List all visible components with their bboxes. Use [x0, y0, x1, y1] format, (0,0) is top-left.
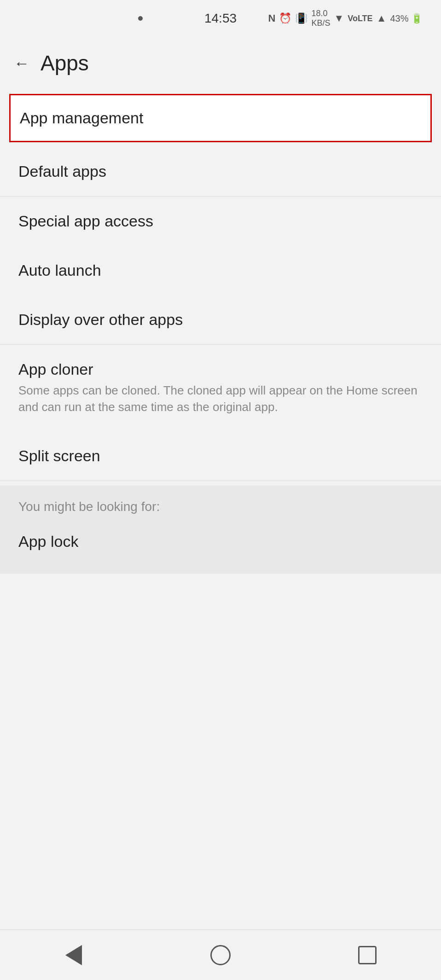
menu-item-split-screen[interactable]: Split screen	[0, 431, 441, 481]
menu-item-app-management[interactable]: App management	[9, 94, 432, 142]
content-area: App management Default apps Special app …	[0, 89, 441, 751]
menu-item-default-apps[interactable]: Default apps	[0, 147, 441, 196]
menu-item-auto-launch[interactable]: Auto launch	[0, 246, 441, 295]
home-circle-icon	[210, 945, 231, 965]
back-triangle-icon	[65, 945, 82, 965]
menu-item-subtitle: Some apps can be cloned. The cloned app …	[18, 382, 423, 416]
header: ← Apps	[0, 37, 441, 89]
nav-recents-button[interactable]	[351, 939, 383, 971]
menu-item-app-cloner[interactable]: App cloner Some apps can be cloned. The …	[0, 345, 441, 431]
spacer	[0, 751, 441, 929]
signal-icon: ▲	[377, 12, 387, 24]
menu-item-title: Default apps	[18, 162, 106, 180]
suggestions-label: You might be looking for:	[18, 499, 423, 514]
back-button[interactable]: ←	[14, 55, 29, 71]
suggestion-item-app-lock[interactable]: App lock	[18, 523, 423, 560]
menu-item-title: Special app access	[18, 212, 153, 230]
page-title: Apps	[41, 51, 89, 75]
network-speed-icon: 18.0KB/S	[311, 9, 330, 28]
volte-icon: VoLTE	[348, 14, 372, 23]
status-bar: 14:53 N ⏰ 📳 18.0KB/S ▼ VoLTE ▲ 43% 🔋	[0, 0, 441, 37]
alarm-icon: ⏰	[279, 12, 291, 24]
nfc-icon: N	[268, 12, 276, 24]
divider-3	[0, 481, 441, 481]
wifi-icon: ▼	[334, 12, 344, 24]
notification-dot	[138, 16, 143, 21]
menu-item-title: App cloner	[18, 360, 93, 378]
vibrate-icon: 📳	[295, 12, 308, 24]
menu-item-display-over-other-apps[interactable]: Display over other apps	[0, 295, 441, 344]
menu-item-special-app-access[interactable]: Special app access	[0, 197, 441, 246]
status-icons: N ⏰ 📳 18.0KB/S ▼ VoLTE ▲ 43% 🔋	[268, 9, 423, 28]
nav-bar	[0, 929, 441, 980]
recents-square-icon	[358, 946, 377, 964]
suggestions-section: You might be looking for: App lock	[0, 486, 441, 574]
status-time: 14:53	[204, 11, 237, 26]
menu-item-title: Auto launch	[18, 261, 101, 279]
menu-item-title: Display over other apps	[18, 311, 183, 328]
nav-home-button[interactable]	[204, 939, 237, 971]
battery-icon: 43% 🔋	[390, 13, 423, 24]
menu-item-title: Split screen	[18, 447, 100, 464]
menu-item-title: App management	[20, 109, 143, 127]
nav-back-button[interactable]	[58, 939, 90, 971]
